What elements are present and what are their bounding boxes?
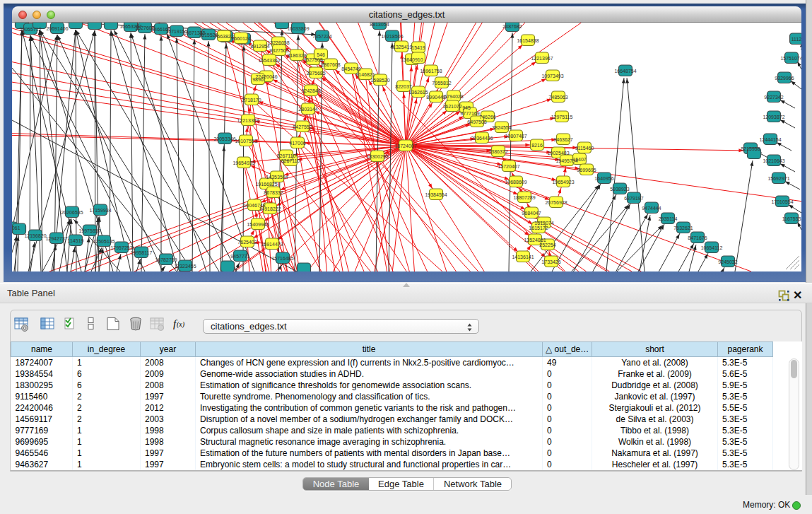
svg-text:7357224: 7357224 xyxy=(312,34,331,39)
svg-text:19218506: 19218506 xyxy=(381,34,403,39)
svg-text:12505135: 12505135 xyxy=(93,239,114,244)
svg-text:11325419: 11325419 xyxy=(391,45,413,49)
svg-text:114519: 114519 xyxy=(68,238,84,243)
svg-text:12444154: 12444154 xyxy=(759,137,781,142)
svg-text:1588520: 1588520 xyxy=(370,78,389,83)
svg-text:19654923: 19654923 xyxy=(552,180,574,185)
svg-text:1640956: 1640956 xyxy=(594,176,613,181)
svg-text:13524861: 13524861 xyxy=(524,238,546,243)
svg-text:5938923: 5938923 xyxy=(610,187,629,192)
svg-text:10025483: 10025483 xyxy=(547,151,569,156)
svg-text:17159934: 17159934 xyxy=(89,208,111,213)
svg-text:1621072: 1621072 xyxy=(442,104,461,109)
svg-text:20691406: 20691406 xyxy=(46,26,68,31)
svg-text:9146821: 9146821 xyxy=(355,72,375,77)
svg-text:2867608: 2867608 xyxy=(321,62,340,67)
svg-text:16648754: 16648754 xyxy=(614,69,636,74)
svg-text:417006: 417006 xyxy=(289,141,305,146)
svg-text:12975115: 12975115 xyxy=(551,115,573,119)
svg-text:8471676: 8471676 xyxy=(688,235,707,240)
svg-text:15716485: 15716485 xyxy=(271,256,293,261)
svg-text:15419: 15419 xyxy=(411,45,425,50)
svg-text:9684047: 9684047 xyxy=(522,211,541,216)
svg-text:16782759: 16782759 xyxy=(155,257,177,262)
svg-text:2718170: 2718170 xyxy=(242,98,261,103)
svg-text:10210643: 10210643 xyxy=(763,158,784,163)
svg-text:252254: 252254 xyxy=(539,243,555,247)
svg-text:18807289: 18807289 xyxy=(513,195,535,200)
svg-text:6497508: 6497508 xyxy=(467,119,486,124)
svg-text:3875685: 3875685 xyxy=(306,71,325,76)
svg-text:9457771: 9457771 xyxy=(230,254,249,259)
svg-text:9474444: 9474444 xyxy=(642,206,661,211)
svg-text:6379197: 6379197 xyxy=(624,196,643,201)
svg-text:19166825: 19166825 xyxy=(255,182,277,187)
svg-text:12323455: 12323455 xyxy=(174,264,196,269)
svg-text:12213967: 12213967 xyxy=(531,56,553,61)
svg-text:822037: 822037 xyxy=(395,84,411,89)
svg-text:20055712: 20055712 xyxy=(19,27,41,32)
svg-text:14353594: 14353594 xyxy=(266,175,288,180)
svg-text:15692971: 15692971 xyxy=(767,176,789,181)
svg-text:16154838: 16154838 xyxy=(517,38,539,43)
svg-text:8454749: 8454749 xyxy=(341,66,360,71)
svg-text:7386372: 7386372 xyxy=(488,149,507,154)
svg-text:7485063: 7485063 xyxy=(548,95,567,100)
svg-text:10807487: 10807487 xyxy=(505,134,526,139)
svg-text:17957253: 17957253 xyxy=(110,245,132,250)
svg-text:8990448: 8990448 xyxy=(426,95,445,100)
svg-text:10107553: 10107553 xyxy=(235,139,257,144)
svg-text:1615172: 1615172 xyxy=(529,226,548,230)
svg-text:9245032: 9245032 xyxy=(718,259,737,264)
svg-text:7955812: 7955812 xyxy=(432,81,451,86)
svg-text:20364436: 20364436 xyxy=(471,136,493,141)
svg-text:8216: 8216 xyxy=(531,143,543,148)
svg-text:13640910: 13640910 xyxy=(401,57,423,62)
svg-text:8267110: 8267110 xyxy=(281,158,300,163)
svg-text:15751074: 15751074 xyxy=(780,56,801,61)
svg-text:1612074: 1612074 xyxy=(534,221,553,226)
svg-text:12213369: 12213369 xyxy=(237,118,259,123)
svg-text:8813054: 8813054 xyxy=(370,23,389,27)
svg-text:17010554: 17010554 xyxy=(771,199,793,204)
svg-text:16961758: 16961758 xyxy=(420,69,442,74)
svg-text:9699695: 9699695 xyxy=(577,168,596,173)
svg-text:2803144: 2803144 xyxy=(298,107,317,112)
svg-text:9227342: 9227342 xyxy=(764,95,783,100)
svg-text:15720407: 15720407 xyxy=(498,164,519,169)
svg-text:10654112: 10654112 xyxy=(701,245,723,250)
svg-text:1362615: 1362615 xyxy=(408,90,428,95)
svg-text:14136141: 14136141 xyxy=(512,255,534,259)
svg-text:19975857: 19975857 xyxy=(78,228,100,233)
svg-text:8267110: 8267110 xyxy=(277,153,296,158)
svg-text:9896: 9896 xyxy=(252,77,264,82)
svg-text:7632621: 7632621 xyxy=(673,226,693,230)
svg-text:9527508: 9527508 xyxy=(303,57,322,62)
svg-text:8215958: 8215958 xyxy=(741,146,760,151)
svg-text:16914479: 16914479 xyxy=(261,242,283,247)
svg-text:13226058: 13226058 xyxy=(267,40,289,45)
svg-text:9327503: 9327503 xyxy=(269,48,288,53)
svg-text:19654935: 19654935 xyxy=(233,160,254,165)
svg-text:9463627: 9463627 xyxy=(553,137,572,142)
svg-text:1733426: 1733426 xyxy=(541,259,560,264)
svg-text:9115460: 9115460 xyxy=(575,146,594,151)
svg-text:18300295: 18300295 xyxy=(366,154,388,159)
svg-text:9939061: 9939061 xyxy=(12,226,20,230)
svg-text:16033809: 16033809 xyxy=(287,26,309,31)
svg-text:16407: 16407 xyxy=(572,157,587,162)
svg-text:2487682: 2487682 xyxy=(502,24,522,29)
svg-text:10688609: 10688609 xyxy=(505,180,526,185)
svg-text:12942737: 12942737 xyxy=(45,236,67,241)
svg-text:8427552: 8427552 xyxy=(293,124,312,129)
svg-text:3824554: 3824554 xyxy=(492,125,511,130)
svg-text:945: 945 xyxy=(462,105,471,110)
svg-text:10973493: 10973493 xyxy=(541,74,563,78)
svg-text:746266: 746266 xyxy=(479,115,495,119)
svg-text:2935114: 2935114 xyxy=(659,216,678,221)
svg-text:546: 546 xyxy=(317,52,325,57)
svg-text:20053346: 20053346 xyxy=(213,136,235,141)
svg-text:20756928: 20756928 xyxy=(545,200,567,205)
svg-text:7625402: 7625402 xyxy=(237,240,257,245)
svg-text:9329966: 9329966 xyxy=(775,76,794,81)
